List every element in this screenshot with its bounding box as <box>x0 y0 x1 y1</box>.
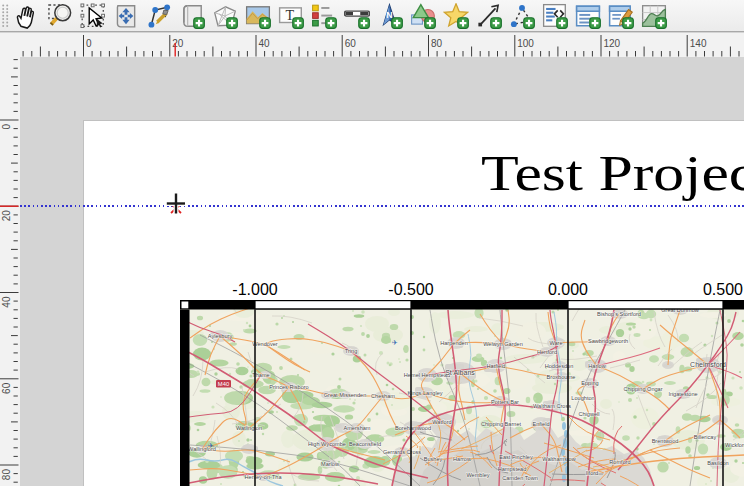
svg-text:Chipping Ongar: Chipping Ongar <box>623 386 662 392</box>
svg-text:Watlington: Watlington <box>236 425 262 431</box>
svg-text:Enfield: Enfield <box>532 421 549 427</box>
svg-text:Loughton: Loughton <box>571 395 594 401</box>
svg-text:Hertford: Hertford <box>537 349 557 355</box>
svg-text:0: 0 <box>1 124 12 130</box>
svg-text:100: 100 <box>517 38 534 49</box>
svg-text:Ingatestone: Ingatestone <box>668 391 697 397</box>
svg-text:Tring: Tring <box>345 348 358 354</box>
svg-text:Marlow: Marlow <box>321 461 340 467</box>
svg-text:Broxbourne: Broxbourne <box>547 374 576 380</box>
svg-text:Chipping Barnet: Chipping Barnet <box>481 421 522 427</box>
svg-text:Walthamstow: Walthamstow <box>542 456 576 462</box>
svg-text:Waltham Cross: Waltham Cross <box>533 403 571 409</box>
svg-text:Watford: Watford <box>432 419 451 425</box>
svg-text:Ilford: Ilford <box>586 470 598 476</box>
svg-text:Romford: Romford <box>609 459 630 465</box>
svg-text:Chesham: Chesham <box>371 393 395 399</box>
svg-text:Sawbridgeworth: Sawbridgeworth <box>588 338 628 344</box>
svg-text:N: N <box>386 10 392 20</box>
svg-text:Harlow: Harlow <box>588 363 606 369</box>
svg-text:120: 120 <box>604 38 621 49</box>
svg-text:Bishop's Stortford: Bishop's Stortford <box>597 311 641 317</box>
svg-text:80: 80 <box>431 38 443 49</box>
svg-text:Princes Risboro: Princes Risboro <box>269 384 308 390</box>
svg-text:Welwyn Garden: Welwyn Garden <box>483 341 523 347</box>
svg-text:Billericay: Billericay <box>694 434 717 440</box>
svg-text:40: 40 <box>259 38 271 49</box>
svg-text:Gerrards Cross: Gerrards Cross <box>383 449 421 455</box>
svg-text:East Finchley: East Finchley <box>499 454 533 460</box>
svg-text:Great Missenden: Great Missenden <box>324 392 367 398</box>
svg-text:Harrow: Harrow <box>453 456 472 462</box>
svg-text:Wendover: Wendover <box>252 341 278 347</box>
svg-text:St Albans: St Albans <box>445 369 475 376</box>
svg-text:60: 60 <box>1 382 12 394</box>
svg-text:Harpenden: Harpenden <box>440 340 468 346</box>
svg-text:Camden Town: Camden Town <box>502 475 538 481</box>
svg-text:Potters Bar: Potters Bar <box>491 399 519 405</box>
svg-text:Beaconsfield: Beaconsfield <box>349 441 381 447</box>
svg-text:60: 60 <box>345 38 357 49</box>
svg-text:Borehamwood: Borehamwood <box>395 425 431 431</box>
svg-text:Wallingford: Wallingford <box>188 446 216 452</box>
svg-text:Hatfield: Hatfield <box>487 363 506 369</box>
svg-text:Wickford: Wickford <box>725 442 744 448</box>
svg-text:Bushey: Bushey <box>424 456 443 462</box>
svg-text:Aylesbury: Aylesbury <box>208 333 233 339</box>
svg-text:Hoddesdon: Hoddesdon <box>545 363 574 369</box>
svg-text:20: 20 <box>172 38 184 49</box>
svg-text:40: 40 <box>1 296 12 308</box>
svg-text:Epping: Epping <box>581 380 598 386</box>
svg-text:Hampstead: Hampstead <box>498 466 527 472</box>
svg-text:Brentwood: Brentwood <box>652 438 679 444</box>
svg-text:Amersham: Amersham <box>343 425 370 431</box>
svg-text:80: 80 <box>1 469 12 481</box>
svg-text:Wembley: Wembley <box>466 472 489 478</box>
svg-text:20: 20 <box>1 210 12 222</box>
svg-text:140: 140 <box>690 38 707 49</box>
svg-text:High Wycombe: High Wycombe <box>308 441 346 447</box>
svg-text:0: 0 <box>86 38 92 49</box>
svg-text:Henley-on-Tha: Henley-on-Tha <box>245 474 283 480</box>
svg-text:M40: M40 <box>218 381 229 387</box>
svg-text:Ware: Ware <box>549 340 562 346</box>
svg-text:✈: ✈ <box>392 339 398 346</box>
svg-text:Chigwell: Chigwell <box>578 411 599 417</box>
svg-text:Kings Langley: Kings Langley <box>407 390 442 396</box>
svg-text:Chelmsford: Chelmsford <box>690 361 726 368</box>
svg-text:Basildon: Basildon <box>707 460 728 466</box>
